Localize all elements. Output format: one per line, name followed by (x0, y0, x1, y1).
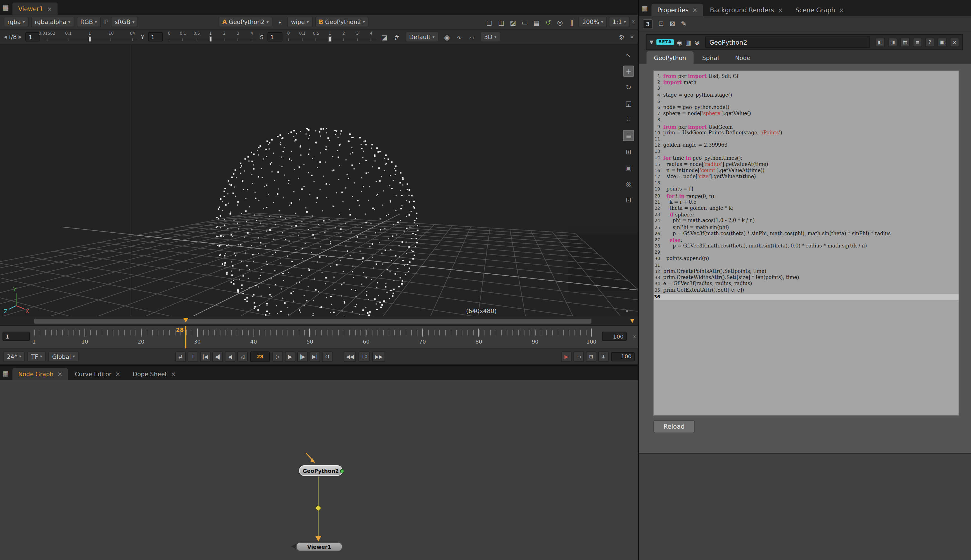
code-line[interactable]: 31 (654, 262, 958, 269)
slider-handle[interactable] (209, 36, 212, 42)
range-start-input[interactable]: 1 (3, 332, 30, 341)
reload-button[interactable]: Reload (653, 420, 695, 433)
node-name-input[interactable]: GeoPython2 (705, 37, 870, 48)
grid-overlay-icon[interactable]: # (392, 32, 402, 42)
code-line[interactable]: 5 (654, 98, 958, 105)
collapse-toolbar-chevrons-icon[interactable]: » (630, 20, 637, 24)
close-icon[interactable]: × (839, 7, 844, 13)
pane-menu-icon[interactable]: ▦ (3, 3, 9, 12)
camera-lock-icon[interactable]: ◉ (442, 32, 452, 42)
proxy-stripes-icon[interactable]: ▨ (508, 17, 518, 27)
gamma-slider[interactable]: 00.10.51234 (167, 31, 256, 43)
mask-icon[interactable]: ◫ (496, 17, 506, 27)
flipbook-button[interactable]: ▶ (561, 351, 572, 362)
code-line[interactable]: 9from pxr import UsdGeom (654, 123, 958, 130)
wipe-dropdown[interactable]: wipe ▾ (287, 17, 312, 27)
viewport-render[interactable] (0, 45, 638, 317)
timeline-menu-button[interactable]: ▼ (631, 318, 634, 324)
code-line[interactable]: 29 (654, 249, 958, 256)
zoom-dropdown[interactable]: 200% ▾ (579, 17, 607, 27)
display-mode-icon[interactable]: ≣ (623, 130, 634, 141)
pane-menu-icon[interactable]: ▦ (642, 4, 648, 12)
code-line[interactable]: 26 p = Gf.Vec3f(math.cos(theta) * sinPhi… (654, 231, 958, 237)
frame-increment-input[interactable]: 10 (359, 351, 370, 362)
pause-icon[interactable]: ‖ (567, 17, 577, 27)
gamma-input[interactable]: 1 (148, 32, 163, 41)
code-line[interactable]: 12golden_angle = 2.399963 (654, 142, 958, 149)
render-settings-icon[interactable]: ⚙ (617, 32, 626, 42)
edit-icon[interactable]: ✎ (681, 20, 687, 28)
b-input-button[interactable]: B GeoPython2 ▾ (315, 17, 369, 27)
play-backward-button[interactable]: ◁ (237, 351, 248, 362)
seek-back-button[interactable]: ◀◀ (344, 351, 356, 362)
step-forward-button[interactable]: ▶ (285, 351, 295, 362)
a-input-button[interactable]: A GeoPython2 ▾ (219, 17, 272, 27)
code-line[interactable]: 6node = geo_python.node() (654, 105, 958, 111)
playback-mode-button[interactable]: ⇄ (175, 351, 186, 362)
node-graph-canvas[interactable]: GeoPython2 Viewer1 (0, 380, 638, 560)
gain-slider[interactable]: 0.015620.111064 (44, 31, 137, 43)
help-button[interactable]: ? (925, 37, 934, 47)
node-output-dot[interactable] (340, 469, 345, 473)
view-mode-dropdown[interactable]: 3D ▾ (480, 32, 500, 42)
rotate-tool-icon[interactable]: ↻ (623, 82, 634, 93)
frame-selection-icon[interactable]: ▣ (623, 162, 634, 173)
code-line[interactable]: 14for time in geo_python.times(): (654, 155, 958, 162)
collapse-panel-icon[interactable]: ▼ (650, 39, 654, 45)
select-tool-icon[interactable]: ↖ (623, 50, 634, 61)
scale-tool-icon[interactable]: ◱ (623, 98, 634, 109)
code-line[interactable]: 16 n = int(node['count'].getValueAt(time… (654, 168, 958, 174)
menu-icon[interactable]: ≡ (913, 37, 922, 47)
code-line[interactable]: 23 if sphere: (654, 212, 958, 218)
gain-input[interactable]: 1 (26, 32, 40, 41)
alpha-layer-dropdown[interactable]: rgba.alpha ▾ (31, 17, 74, 27)
timeline-current-frame-marker[interactable] (184, 318, 189, 323)
close-panel-icon[interactable]: × (950, 37, 959, 47)
tab-viewer1[interactable]: Viewer1 × (13, 3, 58, 15)
code-line[interactable]: 3 (654, 86, 958, 92)
node-geopython2[interactable]: GeoPython2 (299, 465, 342, 476)
center-camera-icon[interactable]: ◎ (623, 178, 634, 189)
code-line[interactable]: 25 sinPhi = math.sin(phi) (654, 224, 958, 231)
views-dropdown[interactable]: TF ▾ (27, 351, 46, 362)
layout-a-icon[interactable]: ◧ (876, 37, 885, 47)
snap-icon[interactable]: ⊡ (623, 194, 634, 205)
pane-menu-icon[interactable]: ▦ (3, 369, 9, 377)
code-line[interactable]: 24 phi = math.acos(1.0 - 2.0 * k / n) (654, 218, 958, 225)
close-icon[interactable]: × (57, 371, 63, 377)
monitor-out-icon[interactable]: ▭ (520, 17, 529, 27)
uv-tool-icon[interactable]: ∷ (623, 114, 634, 125)
close-icon[interactable]: × (778, 7, 783, 13)
saturation-slider[interactable]: 00.10.51234 (286, 31, 375, 43)
colorspace-dropdown[interactable]: sRGB ▾ (111, 17, 138, 27)
roi-select-icon[interactable]: ▱ (467, 32, 477, 42)
saturation-input[interactable]: 1 (267, 32, 282, 41)
code-line[interactable]: 28 p = Gf.Vec3f(math.cos(theta), math.si… (654, 243, 958, 250)
node-color-icon[interactable]: ◉ (677, 38, 682, 45)
close-icon[interactable]: × (692, 7, 698, 13)
proxy-ratio-dropdown[interactable]: 1:1 ▾ (609, 17, 630, 27)
tab-dope-sheet[interactable]: Dope Sheet × (127, 368, 182, 380)
code-line[interactable]: 4stage = geo_python.stage() (654, 92, 958, 98)
code-line[interactable]: 30 points.append(p) (654, 256, 958, 262)
code-line[interactable]: 27 else: (654, 237, 958, 243)
python-code-editor[interactable]: 1from pxr import Usd, Sdf, Gf2import mat… (653, 70, 959, 416)
node-viewer1[interactable]: Viewer1 (296, 542, 342, 551)
code-line[interactable]: 2import math (654, 79, 958, 86)
code-line[interactable]: 36 (654, 293, 958, 300)
code-line[interactable]: 11 (654, 136, 958, 142)
close-icon[interactable]: × (47, 5, 52, 12)
guides-icon[interactable]: ▢ (484, 17, 494, 27)
collapse-toolbar-chevrons-icon[interactable]: » (629, 35, 636, 39)
close-icon[interactable]: × (171, 371, 176, 377)
tab-properties[interactable]: Properties × (652, 3, 703, 16)
code-line[interactable]: 32prim.CreatePointsAttr().Set(points, ti… (654, 268, 958, 275)
snapshot-button[interactable]: ↧ (598, 351, 609, 362)
timeline-range-bar[interactable] (34, 319, 592, 324)
current-frame-input[interactable]: 28 (250, 351, 270, 362)
viewer-3d-viewport[interactable]: ↖+↻◱∷≣⊞▣◎⊡ Y Z X (640x480) » (0, 45, 638, 317)
code-line[interactable]: 20 for i in range(0, n): (654, 193, 958, 199)
monitor-output-button[interactable]: ▭ (573, 351, 584, 362)
goto-start-button[interactable]: |◀ (200, 351, 211, 362)
timeline-chevrons-icon[interactable]: » (631, 335, 638, 339)
